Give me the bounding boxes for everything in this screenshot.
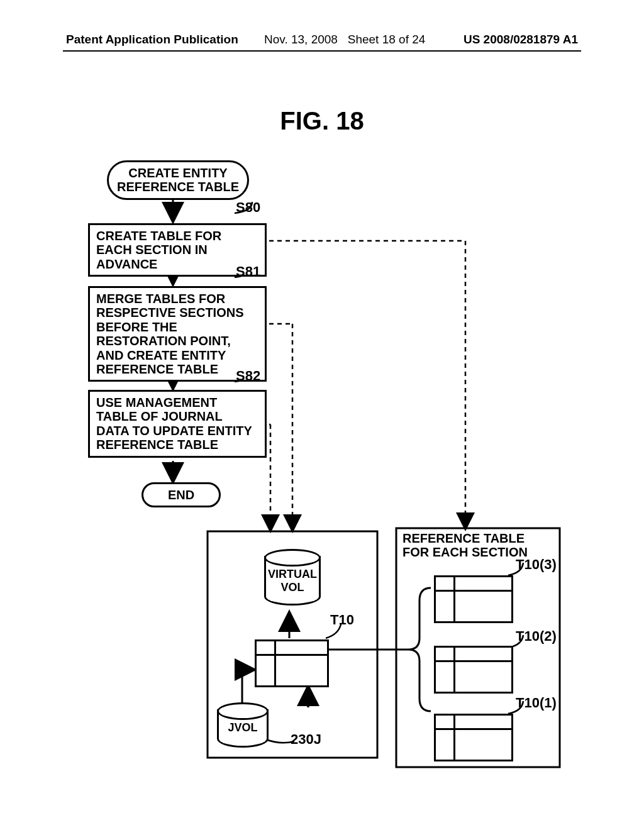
label-s82: S82: [236, 368, 260, 384]
label-s80: S80: [236, 199, 260, 216]
flow-start: CREATE ENTITY REFERENCE TABLE: [107, 160, 249, 200]
label-t10: T10: [330, 612, 354, 628]
label-s81: S81: [236, 263, 260, 280]
label-t10-3: T10(3): [516, 556, 557, 573]
flow-end: END: [142, 482, 221, 507]
header-date-sheet: Nov. 13, 2008 Sheet 18 of 24: [264, 33, 425, 47]
header-publication: Patent Application Publication: [66, 33, 238, 47]
table-t10-3: [434, 575, 513, 623]
table-t10-2: [434, 646, 513, 694]
figure-canvas: CREATE ENTITY REFERENCE TABLE CREATE TAB…: [75, 160, 566, 777]
jvol-cylinder: JVOL: [217, 702, 269, 748]
header-date: Nov. 13, 2008: [264, 33, 338, 46]
virtual-vol-label: VIRTUAL VOL: [264, 568, 321, 594]
table-t10-1: [434, 714, 513, 761]
virtual-vol-cylinder: VIRTUAL VOL: [264, 549, 321, 606]
label-t10-2: T10(2): [516, 628, 557, 645]
header-sheet: Sheet 18 of 24: [348, 33, 426, 46]
label-t10-1: T10(1): [516, 695, 557, 711]
label-230j: 230J: [291, 731, 321, 748]
flow-step-s82: USE MANAGEMENT TABLE OF JOURNAL DATA TO …: [88, 390, 267, 458]
table-t10: [255, 639, 329, 687]
right-box-title: REFERENCE TABLE FOR EACH SECTION: [402, 531, 553, 559]
jvol-label: JVOL: [217, 721, 269, 734]
figure-title: FIG. 18: [0, 107, 644, 135]
header-pubno: US 2008/0281879 A1: [464, 33, 578, 47]
